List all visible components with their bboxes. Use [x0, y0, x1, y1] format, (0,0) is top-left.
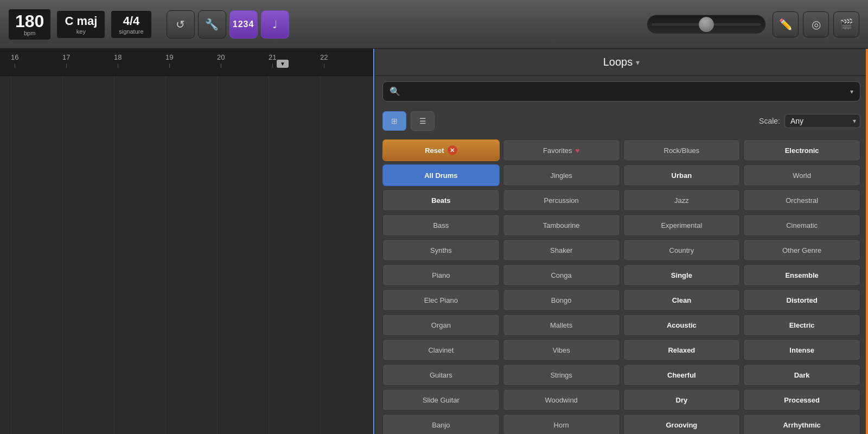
filter-btn-organ[interactable]: Organ — [382, 314, 500, 336]
search-icon: 🔍 — [390, 86, 400, 97]
filter-btn-processed[interactable]: Processed — [743, 389, 860, 411]
filter-btn-favorites[interactable]: Favorites♥ — [503, 139, 620, 161]
filter-label: Single — [671, 271, 692, 279]
volume-track — [652, 23, 761, 25]
filter-btn-bass[interactable]: Bass — [382, 214, 500, 236]
filter-btn-urban[interactable]: Urban — [623, 164, 741, 186]
filter-btn-cheerful[interactable]: Cheerful — [623, 364, 741, 386]
time-signature-section[interactable]: 4/4 signature — [111, 11, 151, 38]
filter-btn-grooving[interactable]: Grooving — [623, 414, 741, 434]
key-section[interactable]: C maj key — [57, 11, 105, 38]
filter-btn-all-drums[interactable]: All Drums — [382, 164, 500, 186]
ruler-mark: 19 — [165, 53, 173, 68]
counter-button[interactable]: 1234 — [229, 10, 258, 39]
bpm-section[interactable]: 180 bpm — [9, 9, 50, 40]
filter-btn-world[interactable]: World — [743, 164, 860, 186]
filter-btn-rock-blues[interactable]: Rock/Blues — [623, 139, 741, 161]
filter-btn-country[interactable]: Country — [623, 239, 741, 261]
filter-btn-electronic[interactable]: Electronic — [743, 139, 860, 161]
filter-btn-woodwind[interactable]: Woodwind — [503, 389, 620, 411]
filter-label: Jingles — [550, 171, 572, 180]
filter-btn-mallets[interactable]: Mallets — [503, 314, 620, 336]
filter-btn-bongo[interactable]: Bongo — [503, 289, 620, 311]
filter-label: Electronic — [785, 146, 819, 155]
filter-btn-electric[interactable]: Electric — [743, 314, 860, 336]
volume-slider[interactable] — [647, 15, 766, 34]
filter-label: Dry — [676, 396, 688, 404]
loops-title-text: Loops — [603, 56, 633, 68]
filter-btn-orchestral[interactable]: Orchestral — [743, 189, 860, 211]
filter-btn-shaker[interactable]: Shaker — [503, 239, 620, 261]
filter-btn-beats[interactable]: Beats — [382, 189, 500, 211]
loops-dropdown-icon[interactable]: ▾ — [636, 58, 640, 67]
loops-title: Loops ▾ — [603, 56, 640, 68]
scale-label: Scale: — [759, 117, 780, 125]
filter-btn-reset[interactable]: Reset✕ — [382, 139, 500, 161]
grid-line — [165, 76, 166, 434]
filter-label: Mallets — [550, 321, 572, 329]
filter-btn-synths[interactable]: Synths — [382, 239, 500, 261]
filter-label: Beats — [431, 196, 450, 205]
wrench-button[interactable]: 🔧 — [198, 10, 226, 39]
filter-btn-jazz[interactable]: Jazz — [623, 189, 741, 211]
search-dropdown-arrow[interactable]: ▾ — [850, 88, 853, 95]
volume-thumb — [699, 17, 714, 32]
filter-btn-experimental[interactable]: Experimental — [623, 214, 741, 236]
edit-icon: ✏️ — [779, 18, 793, 31]
filter-btn-intense[interactable]: Intense — [743, 339, 860, 361]
scale-select[interactable]: Any Major Minor — [784, 114, 860, 128]
loop-browser-button[interactable]: ◎ — [803, 11, 829, 37]
filter-btn-arrhythmic[interactable]: Arrhythmic — [743, 414, 860, 434]
filter-btn-dry[interactable]: Dry — [623, 389, 741, 411]
filter-label: Piano — [432, 271, 450, 279]
list-view-button[interactable]: ☰ — [411, 111, 435, 131]
view-controls: ⊞ ☰ Scale: Any Major Minor ▾ — [375, 107, 868, 135]
ruler: 16171819202122 ▼ — [0, 49, 373, 76]
filter-btn-horn[interactable]: Horn — [503, 414, 620, 434]
filter-btn-clavinet[interactable]: Clavinet — [382, 339, 500, 361]
filter-label: Other Genre — [782, 246, 821, 254]
orange-accent — [866, 49, 868, 434]
filter-btn-piano[interactable]: Piano — [382, 264, 500, 286]
filter-btn-relaxed[interactable]: Relaxed — [623, 339, 741, 361]
undo-button[interactable]: ↺ — [167, 10, 195, 39]
search-input[interactable] — [404, 87, 847, 96]
filter-btn-guitars[interactable]: Guitars — [382, 364, 500, 386]
filter-btn-jingles[interactable]: Jingles — [503, 164, 620, 186]
filter-label: World — [793, 171, 811, 180]
filter-btn-slide-guitar[interactable]: Slide Guitar — [382, 389, 500, 411]
bpm-value: 180 — [15, 12, 44, 30]
filter-label: Woodwind — [545, 396, 577, 404]
key-label: key — [76, 28, 86, 35]
playhead-label: ▼ — [277, 60, 289, 68]
right-toolbar: ✏️ ◎ 🎬 — [773, 11, 859, 37]
filter-btn-vibes[interactable]: Vibes — [503, 339, 620, 361]
filter-btn-other-genre[interactable]: Other Genre — [743, 239, 860, 261]
search-input-wrap[interactable]: 🔍 ▾ — [382, 81, 860, 101]
filter-btn-ensemble[interactable]: Ensemble — [743, 264, 860, 286]
media-browser-button[interactable]: 🎬 — [833, 11, 859, 37]
ruler-mark: 20 — [217, 53, 225, 68]
filter-btn-conga[interactable]: Conga — [503, 264, 620, 286]
ruler-mark: 22 — [320, 53, 328, 68]
filter-btn-distorted[interactable]: Distorted — [743, 289, 860, 311]
filter-btn-strings[interactable]: Strings — [503, 364, 620, 386]
filter-btn-single[interactable]: Single — [623, 264, 741, 286]
metronome-button[interactable]: ♩ — [261, 10, 289, 39]
filter-btn-banjo[interactable]: Banjo — [382, 414, 500, 434]
grid-line — [269, 76, 269, 434]
sig-label: signature — [119, 28, 143, 35]
grid-view-button[interactable]: ⊞ — [382, 111, 406, 131]
filter-btn-acoustic[interactable]: Acoustic — [623, 314, 741, 336]
filter-label: Ensemble — [785, 271, 818, 279]
filter-label: Clean — [672, 296, 691, 304]
filter-btn-dark[interactable]: Dark — [743, 364, 860, 386]
filter-btn-cinematic[interactable]: Cinematic — [743, 214, 860, 236]
filter-btn-clean[interactable]: Clean — [623, 289, 741, 311]
filter-btn-elec-piano[interactable]: Elec Piano — [382, 289, 500, 311]
filter-label: Grooving — [666, 421, 697, 429]
filter-btn-tambourine[interactable]: Tambourine — [503, 214, 620, 236]
filter-btn-percussion[interactable]: Percussion — [503, 189, 620, 211]
edit-button[interactable]: ✏️ — [773, 11, 799, 37]
filter-label: Strings — [550, 371, 572, 379]
